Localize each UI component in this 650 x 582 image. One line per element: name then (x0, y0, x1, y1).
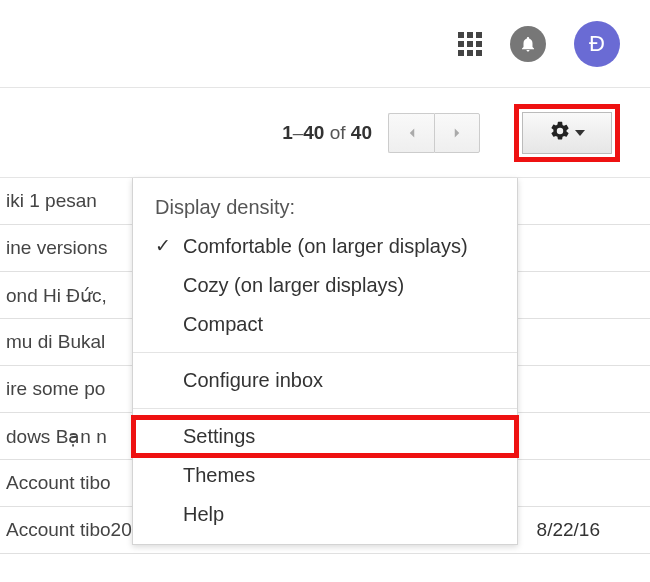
settings-dropdown: Display density: Comfortable (on larger … (132, 178, 518, 545)
avatar[interactable]: Đ (574, 21, 620, 67)
themes-item[interactable]: Themes (133, 456, 517, 495)
separator (133, 408, 517, 409)
help-item[interactable]: Help (133, 495, 517, 534)
top-bar: Đ (0, 0, 650, 88)
highlight-gear (514, 104, 620, 162)
gear-icon (549, 120, 571, 146)
pagination (388, 113, 480, 153)
density-compact[interactable]: Compact (133, 305, 517, 344)
caret-down-icon (575, 130, 585, 136)
density-cozy[interactable]: Cozy (on larger displays) (133, 266, 517, 305)
list-toolbar: 1–40 of 40 (0, 88, 650, 178)
avatar-letter: Đ (589, 31, 605, 57)
density-comfortable[interactable]: Comfortable (on larger displays) (133, 227, 517, 266)
message-count: 1–40 of 40 (282, 122, 372, 144)
settings-gear-button[interactable] (522, 112, 612, 154)
settings-item[interactable]: Settings (133, 417, 517, 456)
content-area: iki 1 pesan ine versions ond Hi Đức, mu … (0, 178, 650, 554)
configure-inbox[interactable]: Configure inbox (133, 361, 517, 400)
separator (133, 352, 517, 353)
next-button[interactable] (434, 113, 480, 153)
dropdown-section-title: Display density: (133, 192, 517, 227)
prev-button[interactable] (388, 113, 434, 153)
apps-icon[interactable] (458, 32, 482, 56)
notifications-icon[interactable] (510, 26, 546, 62)
mail-date: 8/22/16 (537, 519, 600, 541)
